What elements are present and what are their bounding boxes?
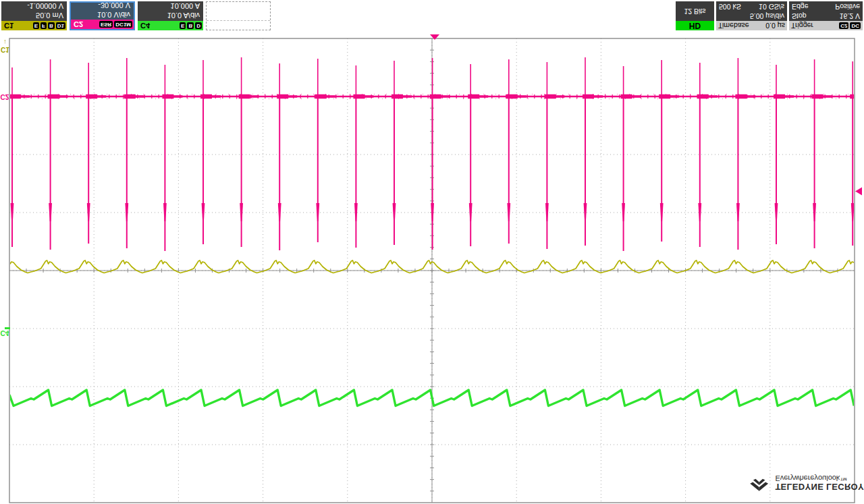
c4-badges: EBD <box>180 22 202 29</box>
c1-badges: EFBD1 <box>33 22 65 29</box>
teledyne-wings-icon <box>747 468 772 497</box>
trigger-level: 16.2 V <box>840 11 860 21</box>
c4-label: C4 <box>140 22 150 30</box>
channel-descriptor-empty-slot <box>206 1 271 30</box>
logo-text: TELEDYNE LECROY Everywhereyoulook™ <box>775 474 864 491</box>
badge: ESR <box>99 21 113 28</box>
c4-strip: C4 EBD <box>138 21 203 30</box>
c1-strip: C1 EFBD1 <box>1 21 67 30</box>
timebase-rate: 10 GS/s <box>759 2 784 11</box>
trigger-position-marker[interactable] <box>430 34 439 40</box>
badge: E <box>180 22 186 29</box>
c4-values: 10.0 A/div 10.000 A <box>138 1 203 21</box>
c2-scale: 10.0 V/div <box>71 10 130 20</box>
timebase-scale: 5.00 µs/div <box>716 11 787 21</box>
timebase-box[interactable]: Timebase 0.0 µs 5.00 µs/div 500 kS 10 GS… <box>716 1 787 30</box>
c2-zero-marker[interactable]: C2 <box>0 93 9 101</box>
acquisition-hd-box[interactable]: HD 12 Bits <box>676 1 714 30</box>
oscilloscope-screen: C1 EFBD1 50.0 mV -1.00000 V C2 ESRDC1M 1… <box>0 0 864 504</box>
badge: D <box>195 22 202 29</box>
trigger-source-badges: C2DC <box>839 22 861 29</box>
trigger-type-row: Edge Positive <box>789 2 863 11</box>
logo-brand: TELEDYNE LECROY <box>775 482 864 491</box>
trigger-mode: Stop <box>792 11 807 21</box>
c1-scale: 50.0 mV <box>1 11 63 20</box>
badge: D1 <box>56 22 65 29</box>
badge: C2 <box>839 22 848 29</box>
badge: DC <box>850 22 861 29</box>
teledyne-lecroy-logo: TELEDYNE LECROY Everywhereyoulook™ <box>747 464 864 501</box>
c2-badges: ESRDC1M <box>99 21 132 28</box>
c1-marker-label: C1 <box>1 46 9 53</box>
c4-zero-marker[interactable]: C4 <box>0 329 9 337</box>
c1-offset: -1.00000 V <box>1 1 63 11</box>
timebase-strip: Timebase 0.0 µs <box>716 21 787 30</box>
adc-bits: 12 Bits <box>676 7 714 21</box>
channel-descriptor-c2-selected[interactable]: C2 ESRDC1M 10.0 V/div -30.000 V <box>70 1 135 30</box>
c1-values: 50.0 mV -1.00000 V <box>1 1 67 21</box>
c2-strip: C2 ESRDC1M <box>71 20 134 29</box>
logo-tagline: Everywhereyoulook™ <box>775 474 864 482</box>
timebase-title: Timebase <box>718 22 749 30</box>
empty-slot-strip <box>207 20 270 30</box>
badge: DC1M <box>114 21 132 28</box>
c2-offset: -30.000 V <box>71 1 130 10</box>
channel-descriptor-c1[interactable]: C1 EFBD1 50.0 mV -1.00000 V <box>1 1 67 30</box>
hd-mode-label: HD <box>676 21 714 30</box>
trigger-title: Trigger <box>791 22 813 30</box>
c1-zero-marker[interactable]: C1 ↓ <box>1 38 9 53</box>
trigger-level-marker[interactable] <box>855 188 862 196</box>
badge: F <box>40 22 47 29</box>
c1-offscreen-arrow-icon: ↓ <box>1 38 9 46</box>
c4-marker-label: C4 <box>0 329 9 337</box>
badge: B <box>48 22 55 29</box>
badge: B <box>187 22 194 29</box>
trigger-type: Edge <box>792 2 809 11</box>
timebase-sampling: 500 kS 10 GS/s <box>716 2 787 11</box>
c4-offset: 10.000 A <box>138 1 200 11</box>
trigger-state-row: Stop 16.2 V <box>789 11 863 21</box>
c2-values: 10.0 V/div -30.000 V <box>71 1 134 20</box>
c2-marker-label: C2 <box>0 93 9 101</box>
timebase-samples: 500 kS <box>719 2 741 11</box>
channel-descriptor-c4[interactable]: C4 EBD 10.0 A/div 10.000 A <box>138 1 203 30</box>
trigger-strip: Trigger C2DC <box>789 21 863 30</box>
c1-label: C1 <box>4 22 14 30</box>
timebase-offset: 0.0 µs <box>765 22 785 30</box>
waveform-graticule-canvas <box>0 0 864 504</box>
trigger-slope: Positive <box>835 2 860 11</box>
trigger-box[interactable]: Trigger C2DC Stop 16.2 V Edge Positive <box>789 1 863 30</box>
badge: E <box>33 22 39 29</box>
c2-label: C2 <box>74 20 83 29</box>
c4-scale: 10.0 A/div <box>138 11 200 20</box>
